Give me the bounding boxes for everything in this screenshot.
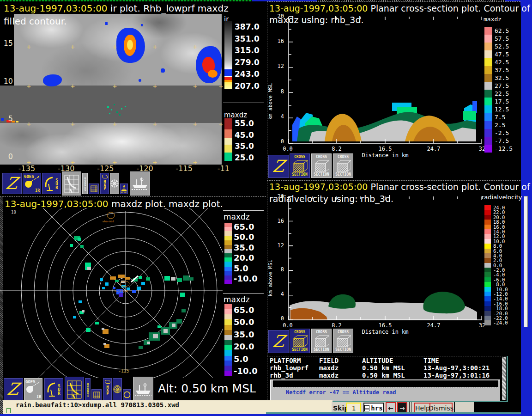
arrow-right-icon: → — [399, 404, 405, 412]
xs1-subtitle: maxdz using: rhb_3d. — [269, 15, 364, 25]
map-overlay-button[interactable]: MAP — [100, 173, 109, 194]
window-edge-decoration — [0, 400, 3, 414]
small-grid-button[interactable] — [89, 184, 99, 194]
echo-speck — [114, 104, 115, 105]
zebra-logo-button[interactable]: Z — [268, 155, 289, 178]
satellite-image-lower — [0, 123, 222, 165]
cross-section-button-2[interactable]: CROSS SECTION — [311, 153, 332, 178]
xs2-y-axis-title: km above MSL — [267, 232, 273, 296]
xs2-plot — [286, 196, 482, 322]
range-rings-button[interactable] — [113, 378, 122, 400]
zebra-logo-button[interactable]: Z — [2, 173, 22, 194]
ir-y-axis-labels: 151050 — [2, 39, 13, 160]
cube-icon — [314, 159, 329, 172]
ship-icon — [134, 382, 152, 396]
cross-section-button-1[interactable]: CROSS SECTION — [290, 153, 310, 178]
xs1-colorbar-label: maxdz — [484, 16, 502, 23]
ir-panel-timestamp: 13-aug-1997,03:05:00 — [4, 3, 108, 14]
xs1-x-axis-labels: 0.08.216.524.732 — [267, 146, 521, 152]
echo-speck — [107, 106, 109, 108]
circle-overlay-button[interactable] — [123, 389, 131, 400]
grid-radar-icon — [64, 173, 79, 194]
cross-section-button-2[interactable]: CROSS SECTION — [311, 329, 332, 353]
goes-ir-layer-button[interactable]: GOES IR — [23, 173, 41, 194]
cube-icon — [292, 159, 308, 172]
cross-section-button-3[interactable]: CROSS SECTION — [333, 153, 353, 178]
zebra-z-icon: Z — [5, 175, 19, 192]
surveillance-radar-button[interactable]: SUR — [42, 173, 61, 194]
buoy-platform-button[interactable] — [120, 184, 128, 194]
cross-section-button-3[interactable]: CROSS SECTION — [333, 329, 353, 353]
echo-speck — [125, 106, 126, 107]
cloud-contour-speck — [105, 22, 108, 25]
skip-value-input[interactable]: 1 — [346, 403, 361, 413]
ir-panel-subtitle: filled contour. — [4, 16, 66, 27]
cloud-contour-core-inner — [127, 40, 133, 50]
goes-ir-layer-button[interactable]: GOES IR — [24, 378, 42, 400]
ppi-panel-title: 13-aug-1997,03:05:00 maxdz plot. maxdz p… — [5, 198, 223, 209]
platform-status-rows: rhb_lowprfmaxdz0.50 km MSL13-Aug-97,3:00… — [270, 365, 501, 379]
ship-platform-button[interactable] — [130, 171, 150, 196]
range-rings-button[interactable] — [110, 173, 119, 194]
platform-status-window: PLATFORM FIELD ALTITUDE TIME rhb_lowprfm… — [267, 356, 508, 402]
xs1-title: 13-aug-1997,03:05:00 Planar cross-sectio… — [269, 3, 530, 13]
error-message: Netcdf error -47 == Altitude read — [286, 389, 396, 396]
cube-icon — [335, 159, 351, 172]
ir-maxdz-colorbar-values: 55.045.035.025.0 — [235, 119, 264, 162]
map-squiggle-icon — [105, 380, 110, 384]
ppi-colorbar1 — [224, 223, 232, 284]
colorbar-divider — [223, 210, 264, 211]
xs2-subtitle: radialvelocity using: rhb_3d. — [269, 194, 393, 204]
ppi-colorbar1-label: maxdz — [224, 212, 250, 221]
ship-platform-button[interactable] — [133, 377, 153, 401]
ppi-annotation-center: b<-12<-0 — [115, 289, 128, 293]
ppi-panel-timestamp: 13-aug-1997,03:05:00 — [5, 198, 109, 209]
colorbar-divider — [223, 103, 264, 103]
radar-grid-overlay-button[interactable] — [62, 171, 81, 196]
buoy-icon — [121, 185, 127, 193]
cross-section-velocity-panel: 13-aug-1997,03:05:00 Planar cross-sectio… — [267, 180, 520, 356]
ir-x-axis-labels: -135-130-125-120-115-11 — [17, 164, 234, 172]
map-squiggle-icon — [102, 175, 108, 178]
status-header: TIME — [423, 357, 501, 365]
boundaries-button[interactable]: BOUNDS — [82, 173, 88, 194]
status-header: PLATFORM — [270, 357, 319, 365]
terminal-cursor — [6, 408, 11, 413]
ir-panel-title: 13-aug-1997,03:05:00 ir plot. Rhb_lowprf… — [4, 3, 229, 14]
zebra-logo-button[interactable]: Z — [4, 378, 23, 400]
cloud-contour-core — [208, 70, 218, 78]
echo-speck — [116, 111, 118, 113]
echo-speck — [109, 113, 110, 114]
ppi-altitude-readout: Alt: 0.50 km MSL — [158, 382, 256, 395]
status-header: ALTITUDE — [362, 357, 423, 365]
xs2-title: 13-aug-1997,03:05:00 Planar cross-sectio… — [269, 182, 530, 192]
cube-icon — [292, 335, 308, 348]
ppi-grid-label-bottom: -125 — [118, 368, 129, 373]
radar-ppi-panel: 13-aug-1997,03:05:00 maxdz plot. maxdz p… — [0, 196, 266, 401]
cloud-contour-speck — [161, 68, 165, 73]
cross-section-button-1[interactable]: CROSS SECTION — [290, 329, 310, 353]
radar-grid-overlay-button[interactable] — [65, 377, 84, 401]
ppi-colorbar2-values: 65.050.035.020.05.0-10.0 — [234, 306, 263, 375]
circle-icon — [123, 391, 131, 398]
right-scrollbar[interactable] — [524, 196, 528, 327]
ir-colorbar-values: 387.0351.0315.0279.0243.0207.0 — [235, 23, 264, 90]
ppi-annotation-top: who-mat — [103, 220, 114, 223]
surveillance-radar-button[interactable]: SUR — [44, 378, 63, 400]
grid-icon — [91, 185, 97, 192]
dismiss-button[interactable]: Dismiss — [429, 403, 453, 413]
echo-speck — [111, 109, 112, 110]
ppi-radar-display — [0, 208, 223, 378]
cube-icon — [314, 335, 329, 348]
grid-radar-icon — [66, 379, 82, 399]
platform-status-table: PLATFORM FIELD ALTITUDE TIME — [270, 357, 501, 365]
status-scrollbar[interactable] — [502, 357, 506, 400]
zebra-logo-button[interactable]: Z — [268, 330, 289, 353]
map-overlay-button[interactable]: MAP — [103, 378, 112, 400]
radar-dish-icon — [47, 380, 56, 398]
zebra-z-icon: Z — [6, 381, 20, 398]
small-grid-button[interactable] — [91, 389, 102, 400]
boundaries-button[interactable]: BOUNDS — [85, 378, 91, 400]
cube-icon — [335, 335, 351, 348]
hrs-units-button[interactable]: hrs — [363, 403, 384, 413]
